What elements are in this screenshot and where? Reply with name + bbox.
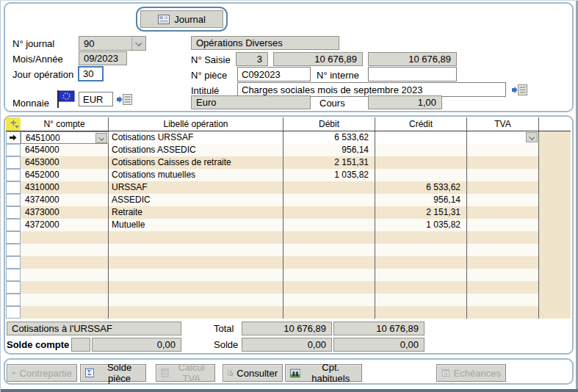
cell-tva[interactable] [467,269,539,281]
cell-debit[interactable]: 1 035,82 [283,169,375,181]
cell-libelle[interactable]: ASSEDIC [109,194,283,206]
cell-credit[interactable] [375,169,467,181]
cell-tva[interactable] [467,181,539,194]
row-selector-cell[interactable] [6,244,21,256]
cell-tva[interactable] [467,231,539,244]
cell-debit[interactable] [283,306,375,319]
cell-tva[interactable] [467,219,539,231]
cell-libelle[interactable]: Mutuelle [109,219,283,231]
cell-libelle[interactable]: Cotisations mutuelles [109,169,283,181]
table-row[interactable] [6,256,571,269]
add-row-button[interactable]: + [6,117,21,131]
intitule-list-picker-icon[interactable] [512,84,527,96]
table-row[interactable] [6,294,571,306]
cell-libelle[interactable]: Cotisations URSSAF [109,131,283,144]
cell-debit[interactable] [283,256,375,269]
row-selector-cell[interactable] [6,269,21,281]
table-row[interactable]: 4373000Retraite2 151,31 [6,206,571,219]
journal-number-select[interactable]: 90 [79,36,146,51]
cell-debit[interactable]: 956,14 [283,144,375,156]
table-row[interactable]: 4372000Mutuelle1 035,82 [6,219,571,231]
cell-debit[interactable]: 2 151,31 [283,156,375,169]
cell-compte[interactable]: 4374000 [21,194,109,206]
cell-credit[interactable] [375,281,467,294]
row-selector-cell[interactable] [6,219,21,231]
solde-piece-button[interactable]: Σ Solde pièce [80,364,146,382]
cell-credit[interactable]: 6 533,62 [375,181,467,194]
table-row[interactable]: 4374000ASSEDIC956,14 [6,194,571,206]
chevron-down-icon[interactable] [95,133,107,143]
cell-compte[interactable]: 4372000 [21,219,109,231]
cell-libelle[interactable] [109,231,283,244]
cell-libelle[interactable] [109,244,283,256]
row-selector-cell[interactable] [6,206,21,219]
table-row[interactable]: 6454000Cotisations ASSEDIC956,14 [6,144,571,156]
cpt-habituels-button[interactable]: Cpt. habituels [285,364,362,382]
internal-number-input[interactable] [368,67,457,81]
cell-tva[interactable] [467,294,539,306]
cell-debit[interactable] [283,244,375,256]
cell-tva[interactable] [467,144,539,156]
table-row[interactable] [6,231,571,244]
row-selector-cell[interactable] [6,294,21,306]
cell-debit[interactable] [283,269,375,281]
cell-compte[interactable] [21,306,109,319]
cell-libelle[interactable] [109,306,283,319]
currency-code-input[interactable]: EUR [79,92,113,106]
chevron-down-icon[interactable] [526,132,538,142]
cell-credit[interactable] [375,269,467,281]
row-selector-cell[interactable] [6,231,21,244]
cell-tva[interactable] [467,194,539,206]
table-row[interactable]: 6452000Cotisations mutuelles1 035,82 [6,169,571,181]
cell-debit[interactable] [283,281,375,294]
cell-credit[interactable] [375,306,467,319]
cell-tva[interactable] [467,281,539,294]
cell-credit[interactable] [375,231,467,244]
cell-libelle[interactable] [109,281,283,294]
column-header-tva[interactable]: TVA [467,117,539,131]
cell-compte[interactable] [21,294,109,306]
chevron-down-icon[interactable] [131,37,145,50]
cell-credit[interactable] [375,244,467,256]
row-selector-cell[interactable] [6,181,21,194]
cell-credit[interactable] [375,256,467,269]
cell-tva[interactable] [467,156,539,169]
cell-tva[interactable] [467,131,539,144]
cell-debit[interactable] [283,219,375,231]
table-row[interactable]: 6453000Cotisations Caisses de retraite2 … [6,156,571,169]
cell-debit[interactable] [283,181,375,194]
cell-libelle[interactable] [109,256,283,269]
day-input[interactable]: 30 [78,66,104,81]
table-row[interactable] [6,244,571,256]
cell-debit[interactable]: 6 533,62 [283,131,375,144]
column-header-compte[interactable]: N° compte [21,117,109,131]
cell-libelle[interactable] [109,294,283,306]
cell-credit[interactable] [375,156,467,169]
cell-debit[interactable] [283,206,375,219]
cell-tva[interactable] [467,306,539,319]
cell-compte[interactable]: 6452000 [21,169,109,181]
table-row[interactable]: 4310000URSSAF6 533,62 [6,181,571,194]
cell-tva[interactable] [467,206,539,219]
cell-credit[interactable] [375,131,467,144]
row-selector-cell[interactable] [6,256,21,269]
currency-list-picker-icon[interactable] [117,93,132,106]
row-selector-cell[interactable] [6,144,21,156]
cell-compte[interactable] [21,269,109,281]
column-header-debit[interactable]: Débit [283,117,375,131]
cell-compte[interactable] [21,231,109,244]
row-selector-cell[interactable] [6,194,21,206]
cell-libelle[interactable]: Retraite [109,206,283,219]
cell-credit[interactable]: 956,14 [375,194,467,206]
cell-libelle[interactable] [109,269,283,281]
cell-tva[interactable] [467,244,539,256]
table-row[interactable] [6,269,571,281]
cell-debit[interactable] [283,294,375,306]
row-selector-cell[interactable] [6,156,21,169]
cell-tva[interactable] [467,256,539,269]
cell-tva[interactable] [467,169,539,181]
cell-credit[interactable]: 1 035,82 [375,219,467,231]
piece-number-input[interactable]: C092023 [237,67,311,81]
cell-debit[interactable] [283,231,375,244]
consulter-button[interactable]: Consulter [223,364,283,382]
